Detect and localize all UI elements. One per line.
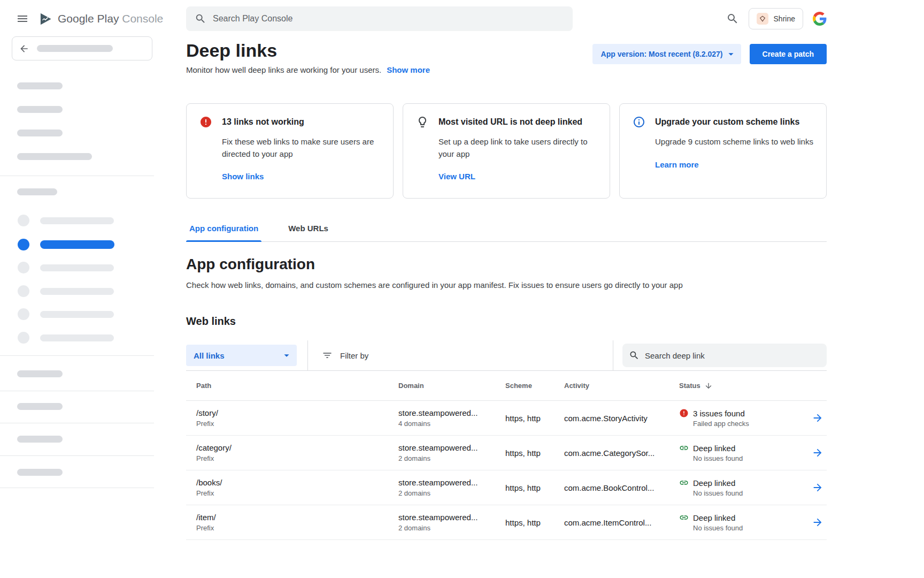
scheme: https, http — [505, 414, 564, 423]
skeleton-bar — [40, 311, 114, 318]
error-icon — [199, 116, 212, 128]
search-button[interactable] — [726, 12, 739, 25]
activity: com.acme.StoryActivity — [564, 414, 679, 423]
card-links-not-working: 13 links not working Fix these web links… — [186, 103, 394, 199]
filter-icon — [322, 350, 333, 361]
table-row[interactable]: /category/ Prefix store.steampowered... … — [186, 436, 827, 470]
skeleton-bar — [17, 106, 63, 113]
show-links-link[interactable]: Show links — [222, 172, 264, 181]
scheme: https, http — [505, 448, 564, 458]
status-text: Deep linked — [693, 444, 735, 453]
view-url-link[interactable]: View URL — [438, 172, 475, 181]
google-logo[interactable] — [813, 12, 827, 26]
domain: store.steampowered... — [398, 408, 505, 417]
sidebar-divider — [0, 423, 154, 423]
status-detail: No issues found — [693, 454, 800, 462]
table-header: Path Domain Scheme Activity Status — [186, 371, 827, 401]
lightbulb-icon — [416, 116, 429, 128]
domain-count: 2 domains — [398, 454, 505, 462]
page-header: Deep links Monitor how well deep links a… — [186, 40, 827, 74]
table-row[interactable]: /story/ Prefix store.steampowered... 4 d… — [186, 401, 827, 436]
insight-cards: 13 links not working Fix these web links… — [186, 103, 827, 199]
deep-link-search[interactable] — [622, 344, 827, 367]
tab-app-configuration[interactable]: App configuration — [186, 223, 261, 241]
search-icon — [629, 350, 640, 361]
skeleton-bar — [40, 264, 114, 271]
column-header-activity[interactable]: Activity — [564, 382, 679, 390]
main-content: Shrine Deep links Monitor how well deep … — [154, 0, 924, 578]
card-body: Set up a deep link to take users directl… — [438, 136, 597, 160]
section-description: Check how web links, domains, and custom… — [186, 280, 827, 290]
column-header-scheme[interactable]: Scheme — [505, 382, 564, 390]
logo-text: Google Play Console — [58, 12, 163, 25]
skeleton-bar — [17, 370, 63, 377]
row-details-arrow[interactable] — [812, 412, 827, 424]
current-app-name: Shrine — [774, 14, 795, 23]
card-title: Upgrade your custom scheme links — [655, 117, 799, 127]
sidebar-divider — [0, 391, 154, 391]
card-title: 13 links not working — [222, 117, 304, 127]
show-more-link[interactable]: Show more — [387, 65, 430, 74]
activity: com.acme.ItemControl... — [564, 518, 679, 527]
chevron-down-icon — [725, 48, 737, 60]
filter-by-label: Filter by — [340, 351, 368, 360]
app-version-dropdown[interactable]: App version: Most recent (8.2.027) — [592, 44, 741, 64]
skeleton-bar — [17, 130, 63, 136]
app-switcher[interactable]: Shrine — [749, 8, 803, 29]
back-navigation[interactable] — [12, 36, 152, 60]
create-patch-button[interactable]: Create a patch — [750, 44, 827, 64]
row-details-arrow[interactable] — [812, 516, 827, 528]
filter-by-control[interactable]: Filter by — [307, 340, 613, 370]
sidebar-header: Google Play Console — [0, 0, 154, 37]
search-icon — [726, 12, 739, 25]
active-nav-icon[interactable] — [18, 239, 29, 250]
column-header-path[interactable]: Path — [186, 382, 398, 390]
arrow-forward-icon — [812, 447, 823, 459]
skeleton-bar — [40, 334, 114, 341]
status-text: Deep linked — [693, 513, 735, 522]
sidebar: Google Play Console — [0, 0, 154, 578]
page-subtitle: Monitor how well deep links are working … — [186, 65, 381, 74]
links-filter-dropdown[interactable]: All links — [186, 345, 297, 366]
shrine-app-icon — [757, 13, 768, 25]
path-type: Prefix — [196, 489, 398, 497]
row-details-arrow[interactable] — [812, 482, 827, 493]
web-links-heading: Web links — [186, 315, 827, 328]
sidebar-item-deep-links[interactable] — [40, 240, 114, 249]
menu-icon[interactable] — [16, 12, 29, 25]
column-header-status[interactable]: Status — [679, 382, 800, 390]
console-search[interactable] — [186, 6, 573, 31]
path-type: Prefix — [196, 524, 398, 532]
tab-web-urls[interactable]: Web URLs — [285, 223, 332, 241]
section-title: App configuration — [186, 256, 827, 273]
arrow-forward-icon — [812, 516, 823, 528]
path-type: Prefix — [196, 454, 398, 462]
row-details-arrow[interactable] — [812, 447, 827, 459]
domain: store.steampowered... — [398, 443, 505, 452]
console-search-input[interactable] — [213, 14, 568, 24]
domain: store.steampowered... — [398, 513, 505, 522]
sidebar-divider — [0, 355, 154, 356]
back-arrow-icon — [19, 43, 29, 54]
topbar: Shrine — [186, 0, 827, 37]
skeleton-bar — [40, 288, 114, 295]
status-detail: Failed app checks — [693, 420, 800, 428]
table-row[interactable]: /books/ Prefix store.steampowered... 2 d… — [186, 470, 827, 505]
domain-count: 4 domains — [398, 420, 505, 428]
sort-descending-icon — [704, 382, 713, 390]
learn-more-link[interactable]: Learn more — [655, 160, 699, 169]
table-row[interactable]: /item/ Prefix store.steampowered... 2 do… — [186, 505, 827, 540]
activity: com.acme.CategorySor... — [564, 448, 679, 458]
play-logo-icon — [38, 12, 53, 26]
skeleton-bar — [17, 153, 92, 160]
deep-link-path: /category/ — [196, 443, 398, 452]
chevron-down-icon — [281, 349, 292, 361]
domain: store.steampowered... — [398, 478, 505, 487]
deep-link-path: /books/ — [196, 478, 398, 487]
tab-bar: App configuration Web URLs — [186, 223, 827, 242]
play-console-logo: Google Play Console — [38, 12, 163, 26]
domain-count: 2 domains — [398, 489, 505, 497]
deep-link-search-input[interactable] — [645, 351, 820, 360]
sidebar-divider — [0, 176, 154, 176]
column-header-domain[interactable]: Domain — [398, 382, 505, 390]
